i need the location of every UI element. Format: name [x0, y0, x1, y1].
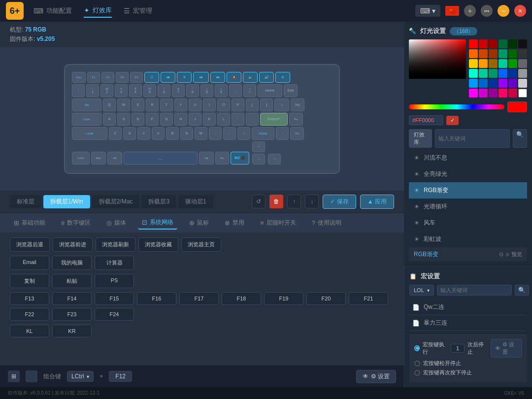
key-t[interactable]: T: [160, 99, 173, 111]
swatch-20[interactable]: [489, 69, 498, 78]
key-0[interactable]: )0: [215, 84, 228, 97]
swatch-18[interactable]: [469, 69, 478, 78]
swatch-31[interactable]: [479, 89, 488, 98]
hue-bar[interactable]: [409, 104, 504, 109]
language-flag[interactable]: 🇨🇳: [445, 6, 459, 16]
key-f3[interactable]: F3: [116, 72, 129, 83]
macro-search-input[interactable]: [437, 285, 512, 296]
btn-copy[interactable]: 复制: [10, 274, 49, 288]
key-9[interactable]: (9: [200, 84, 213, 97]
btn-my-computer[interactable]: 我的电脑: [52, 256, 92, 270]
key-8[interactable]: *8: [186, 84, 199, 97]
key-x[interactable]: X: [123, 127, 136, 140]
btn-kr[interactable]: KR: [52, 325, 92, 337]
close-btn[interactable]: ×: [514, 5, 526, 17]
preview-btn[interactable]: ⊙ ⊙ 预览: [499, 251, 522, 258]
effects-tab[interactable]: 灯效库: [409, 129, 432, 148]
macro-item-2[interactable]: 📄 起手四连（三层）: [409, 331, 527, 334]
func-tab-disable[interactable]: ⊗ 禁用: [221, 216, 248, 230]
key-z[interactable]: Z: [109, 127, 122, 140]
effect-item-3[interactable]: ☀ 光谱循环: [409, 199, 527, 215]
macro-category-select[interactable]: LOL ▾: [409, 285, 434, 296]
key-enter[interactable]: Enter↵: [260, 113, 288, 126]
key-f6-prev[interactable]: ⏮: [161, 72, 175, 83]
key-f8-next[interactable]: ⏭: [193, 72, 209, 83]
key-backslash[interactable]: \: [274, 99, 289, 111]
btn-f22[interactable]: F22: [10, 308, 49, 321]
macro-item-0[interactable]: 📄 Qw二连: [409, 299, 527, 315]
macro-search-btn[interactable]: 🔍: [515, 285, 529, 296]
hex-confirm-btn[interactable]: ✓: [446, 116, 459, 125]
effect-item-2[interactable]: ☀ RGB渐变: [409, 182, 527, 199]
swatch-29[interactable]: [518, 79, 527, 88]
swatch-8[interactable]: [489, 49, 498, 58]
key-4[interactable]: $4: [129, 84, 142, 97]
combo-key-value[interactable]: F12: [109, 371, 132, 382]
btn-f20[interactable]: F20: [306, 292, 346, 305]
key-7[interactable]: &7: [172, 84, 185, 97]
swatch-7[interactable]: [479, 49, 488, 58]
effect-item-0[interactable]: ☀ 川流不息: [409, 150, 527, 166]
func-tab-mouse[interactable]: ⊕ 鼠标: [185, 216, 213, 230]
key-f4[interactable]: F4: [130, 72, 143, 83]
key-m[interactable]: M: [195, 127, 207, 140]
swatch-4[interactable]: [508, 39, 517, 48]
key-lctrl[interactable]: LCtrl: [72, 152, 90, 165]
swatch-16[interactable]: [508, 59, 517, 68]
btn-f21[interactable]: F21: [349, 292, 388, 305]
btn-email[interactable]: Email: [10, 256, 49, 270]
btn-f18[interactable]: F18: [222, 292, 261, 305]
macro-item-1[interactable]: 📄 暴力三连: [409, 315, 527, 331]
key-y[interactable]: Y: [174, 99, 187, 111]
swatch-24[interactable]: [469, 79, 478, 88]
effect-item-5[interactable]: ☀ 彩虹波: [409, 231, 527, 247]
save-btn[interactable]: ✓ 保存: [323, 195, 356, 209]
btn-ps[interactable]: PS: [95, 274, 134, 288]
swatch-9[interactable]: [499, 49, 507, 58]
swatch-12[interactable]: [469, 59, 478, 68]
refresh-btn[interactable]: ↺: [252, 195, 266, 208]
key-f1[interactable]: F1: [87, 72, 100, 83]
layer-tab-win[interactable]: 拆载层1/Win: [43, 195, 90, 208]
swatch-35[interactable]: [518, 89, 527, 98]
swatch-17[interactable]: [518, 59, 527, 68]
key-f2[interactable]: F2: [101, 72, 114, 83]
swatch-2[interactable]: [489, 39, 498, 48]
key-del[interactable]: End: [284, 84, 298, 97]
macro-radio-2[interactable]: [414, 361, 420, 366]
key-n[interactable]: N: [180, 127, 193, 140]
swatch-10[interactable]: [508, 49, 517, 58]
key-tab[interactable]: Tab: [72, 99, 101, 111]
key-esc[interactable]: Esc: [72, 72, 86, 83]
effect-item-4[interactable]: ☀ 风车: [409, 215, 527, 231]
func-tab-help[interactable]: ? 使用说明: [308, 216, 345, 230]
key-equals[interactable]: +=: [243, 84, 256, 97]
swatch-19[interactable]: [479, 69, 488, 78]
nav-tab-effects[interactable]: ✦ 灯效库: [84, 4, 112, 18]
upload-btn[interactable]: ↑: [287, 195, 301, 208]
swatch-14[interactable]: [489, 59, 498, 68]
func-tab-media[interactable]: ◎ 媒体: [102, 216, 130, 230]
btn-browser-back[interactable]: 浏览器后退: [10, 237, 50, 252]
key-v[interactable]: V: [152, 127, 165, 140]
macro-num-input[interactable]: [451, 344, 465, 353]
btn-f17[interactable]: F17: [179, 292, 219, 305]
key-u[interactable]: U: [189, 99, 201, 111]
btn-browser-fav[interactable]: 浏览器收藏: [138, 237, 178, 252]
btn-browser-home[interactable]: 浏览器主页: [181, 237, 221, 252]
key-left[interactable]: ←: [252, 141, 265, 152]
lighting-search-input[interactable]: [435, 129, 510, 148]
macro-settings-btn[interactable]: 👁 ⚙ 设置: [491, 339, 522, 358]
key-lalt[interactable]: Alt: [107, 152, 122, 165]
key-backtick[interactable]: ~`: [72, 84, 85, 97]
swatch-25[interactable]: [479, 79, 488, 88]
btn-browser-fwd[interactable]: 浏览器前进: [53, 237, 93, 252]
nav-tab-macro[interactable]: ☰ 宏管理: [124, 4, 152, 17]
mac-icon[interactable]: [26, 370, 37, 382]
btn-browser-refresh[interactable]: 浏览器刷新: [96, 237, 135, 252]
key-q[interactable]: Q: [103, 99, 116, 111]
key-h[interactable]: H: [174, 113, 187, 126]
swatch-5[interactable]: [518, 39, 527, 48]
key-slash[interactable]: /: [237, 127, 250, 140]
key-e[interactable]: E: [132, 99, 144, 111]
